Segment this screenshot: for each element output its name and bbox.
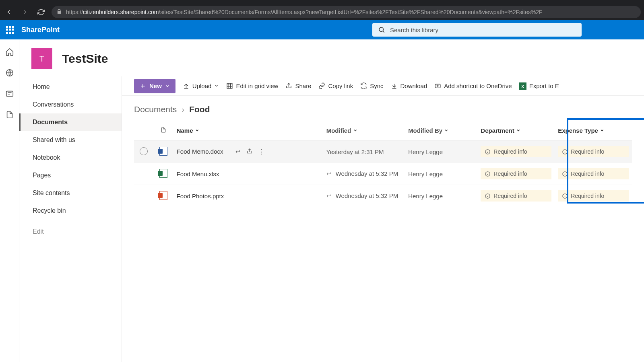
home-icon[interactable] [5, 47, 14, 56]
required-info-badge[interactable]: Required info [481, 146, 551, 157]
xlsx-file-icon [159, 169, 167, 178]
file-name[interactable]: Food Menu.xlsx [177, 171, 219, 177]
required-info-badge[interactable]: Required info [558, 168, 629, 179]
sidenav-item-recycle-bin[interactable]: Recycle bin [19, 202, 122, 220]
browser-reload-button[interactable] [35, 6, 47, 18]
chevron-down-icon [195, 127, 200, 134]
column-type[interactable] [154, 121, 173, 141]
column-modified-by[interactable]: Modified By [405, 121, 477, 141]
chevron-down-icon [165, 84, 170, 88]
column-modified[interactable]: Modified [323, 121, 405, 141]
share-button[interactable]: Share [285, 82, 311, 89]
modified-date: Wednesday at 5:32 PM [336, 170, 398, 177]
edit-grid-button[interactable]: Edit in grid view [226, 82, 278, 89]
browser-back-button[interactable] [3, 6, 14, 18]
sidenav-item-shared-with-us[interactable]: Shared with us [19, 131, 122, 149]
svg-rect-2 [6, 91, 13, 97]
sync-icon [360, 82, 367, 89]
file-name[interactable]: Food Photos.pptx [177, 193, 224, 200]
browser-url-bar[interactable]: https://citizenbuilders.sharepoint.com/s… [52, 6, 641, 18]
chevron-down-icon [516, 127, 521, 134]
global-left-rail [0, 39, 19, 362]
breadcrumb-current: Food [189, 105, 210, 114]
modified-date: Wednesday at 5:32 PM [336, 192, 398, 199]
return-icon[interactable]: ↩ [235, 148, 241, 156]
modified-by[interactable]: Henry Legge [408, 148, 443, 155]
required-info-badge[interactable]: Required info [558, 190, 629, 202]
site-title[interactable]: TestSite [62, 52, 108, 66]
command-bar: New Upload Edit in grid view Share Copy … [122, 76, 644, 96]
sidenav-item-home[interactable]: Home [19, 78, 122, 96]
url-text: https://citizenbuilders.sharepoint.com/s… [66, 9, 543, 15]
chevron-down-icon [444, 127, 449, 134]
brand-label[interactable]: SharePoint [21, 26, 60, 34]
copy-link-button[interactable]: Copy link [318, 82, 353, 89]
search-box[interactable] [372, 23, 582, 37]
download-icon [391, 82, 398, 89]
upload-icon [183, 82, 190, 89]
plus-icon [140, 83, 146, 89]
new-label: New [149, 82, 162, 89]
required-info-badge[interactable]: Required info [481, 168, 551, 179]
sync-button[interactable]: Sync [360, 82, 383, 89]
documents-table: Name Modified Modified By Department Exp… [134, 121, 632, 207]
site-logo[interactable]: T [31, 48, 52, 69]
modified-by[interactable]: Henry Legge [408, 171, 443, 177]
required-info-badge[interactable]: Required info [481, 190, 551, 202]
return-icon: ↩ [326, 192, 332, 200]
chevron-down-icon [600, 127, 605, 134]
more-icon[interactable]: ⋮ [258, 148, 264, 156]
column-select[interactable] [134, 121, 154, 141]
file-name[interactable]: Food Memo.docx [177, 148, 223, 155]
sidenav-item-pages[interactable]: Pages [19, 167, 122, 184]
table-row[interactable]: Food Menu.xlsx↩Wednesday at 5:32 PMHenry… [134, 163, 632, 185]
site-header: T TestSite [19, 39, 644, 76]
news-icon[interactable] [5, 89, 14, 98]
svg-rect-3 [227, 83, 233, 88]
share-icon [285, 82, 292, 89]
select-circle[interactable] [140, 147, 148, 155]
docx-file-icon [159, 147, 167, 156]
svg-point-0 [379, 27, 384, 32]
excel-icon: x [519, 82, 526, 90]
export-excel-button[interactable]: xExport to E [519, 82, 559, 90]
browser-forward-button[interactable] [19, 6, 31, 18]
chevron-right-icon: › [182, 105, 184, 114]
pptx-file-icon [159, 191, 167, 200]
return-icon: ↩ [326, 170, 332, 177]
sidenav-item-documents[interactable]: Documents [19, 113, 122, 131]
breadcrumb: Documents › Food [122, 96, 644, 121]
column-name[interactable]: Name [173, 121, 323, 141]
globe-icon[interactable] [5, 68, 14, 77]
site-navigation: HomeConversationsDocumentsShared with us… [19, 76, 122, 362]
browser-toolbar: https://citizenbuilders.sharepoint.com/s… [0, 4, 644, 20]
upload-button[interactable]: Upload [183, 82, 219, 89]
column-department[interactable]: Department [477, 121, 555, 141]
share-row-icon[interactable] [246, 148, 253, 156]
download-button[interactable]: Download [391, 82, 427, 89]
sidenav-item-site-contents[interactable]: Site contents [19, 184, 122, 202]
chevron-down-icon [353, 127, 358, 134]
required-info-badge[interactable]: Required info [558, 146, 629, 157]
sidenav-edit[interactable]: Edit [19, 223, 122, 241]
link-icon [318, 82, 325, 89]
grid-icon [226, 82, 233, 89]
new-button[interactable]: New [134, 79, 175, 93]
add-shortcut-button[interactable]: Add shortcut to OneDrive [434, 82, 512, 89]
app-launcher-icon[interactable] [6, 26, 14, 34]
breadcrumb-root[interactable]: Documents [134, 105, 177, 114]
sidenav-item-notebook[interactable]: Notebook [19, 149, 122, 167]
suite-header: SharePoint [0, 20, 644, 39]
document-icon [160, 126, 167, 134]
table-row[interactable]: Food Memo.docx↩⋮Yesterday at 2:31 PMHenr… [134, 141, 632, 163]
table-row[interactable]: Food Photos.pptx↩Wednesday at 5:32 PMHen… [134, 185, 632, 207]
search-icon [378, 26, 385, 33]
search-input[interactable] [390, 27, 576, 33]
files-icon[interactable] [5, 110, 14, 119]
modified-date: Yesterday at 2:31 PM [326, 148, 384, 155]
sidenav-item-conversations[interactable]: Conversations [19, 96, 122, 113]
lock-icon [56, 9, 62, 16]
modified-by[interactable]: Henry Legge [408, 193, 443, 200]
shortcut-icon [434, 82, 441, 89]
column-expense-type[interactable]: Expense Type [555, 121, 632, 141]
